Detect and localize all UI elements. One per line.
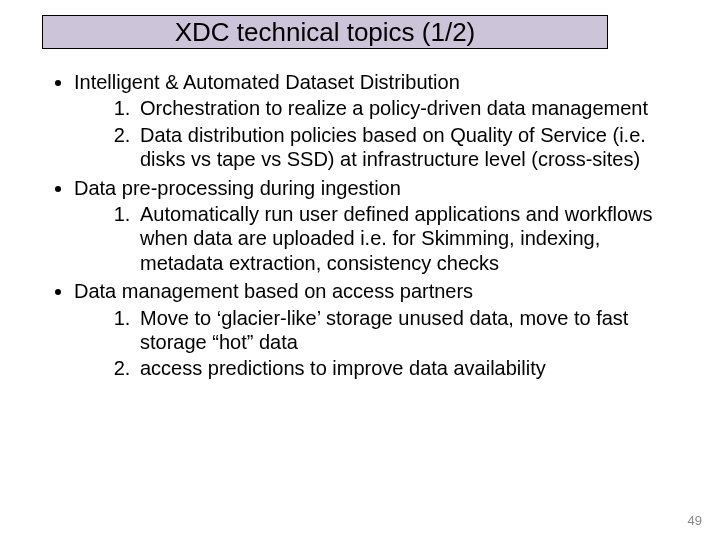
numbered-text: Orchestration to realize a policy-driven… <box>140 97 648 119</box>
bullet-text: Data management based on access partners <box>74 280 473 302</box>
numbered-item: Automatically run user defined applicati… <box>136 202 682 275</box>
numbered-list: Automatically run user defined applicati… <box>74 202 682 275</box>
slide-body: Intelligent & Automated Dataset Distribu… <box>42 70 682 385</box>
numbered-text: access predictions to improve data avail… <box>140 357 546 379</box>
numbered-text: Move to ‘glacier-like’ storage unused da… <box>140 307 628 353</box>
bullet-item: Data pre-processing during ingestion Aut… <box>74 176 682 276</box>
page-number: 49 <box>688 513 702 528</box>
numbered-item: Orchestration to realize a policy-driven… <box>136 96 682 120</box>
numbered-item: access predictions to improve data avail… <box>136 356 682 380</box>
numbered-text: Automatically run user defined applicati… <box>140 203 653 274</box>
bullet-item: Data management based on access partners… <box>74 279 682 381</box>
slide-title-bar: XDC technical topics (1/2) <box>42 15 608 49</box>
numbered-item: Move to ‘glacier-like’ storage unused da… <box>136 306 682 355</box>
slide: XDC technical topics (1/2) Intelligent &… <box>0 0 720 540</box>
bullet-list: Intelligent & Automated Dataset Distribu… <box>42 70 682 381</box>
bullet-text: Data pre-processing during ingestion <box>74 177 401 199</box>
slide-title: XDC technical topics (1/2) <box>175 17 476 48</box>
numbered-item: Data distribution policies based on Qual… <box>136 123 682 172</box>
numbered-text: Data distribution policies based on Qual… <box>140 124 646 170</box>
numbered-list: Orchestration to realize a policy-driven… <box>74 96 682 171</box>
bullet-text: Intelligent & Automated Dataset Distribu… <box>74 71 460 93</box>
numbered-list: Move to ‘glacier-like’ storage unused da… <box>74 306 682 381</box>
bullet-item: Intelligent & Automated Dataset Distribu… <box>74 70 682 172</box>
